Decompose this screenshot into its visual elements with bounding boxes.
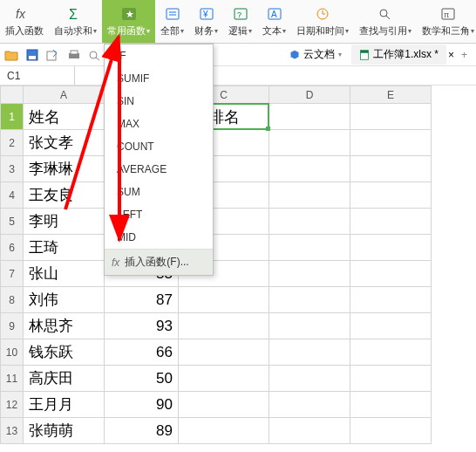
cell[interactable] bbox=[269, 261, 350, 287]
preview-icon[interactable] bbox=[87, 47, 103, 63]
cell[interactable]: 张文孝 bbox=[24, 130, 105, 156]
cell[interactable] bbox=[269, 392, 350, 418]
cell[interactable] bbox=[179, 339, 269, 366]
cell[interactable]: 50 bbox=[105, 366, 179, 392]
col-header-e[interactable]: E bbox=[350, 86, 432, 104]
cell[interactable] bbox=[269, 130, 350, 156]
cell[interactable]: 钱东跃 bbox=[24, 339, 105, 366]
cell[interactable] bbox=[269, 339, 350, 366]
row-header[interactable]: 5 bbox=[1, 209, 24, 235]
tab-workbook[interactable]: 工作簿1.xlsx * bbox=[351, 45, 446, 65]
dropdown-item[interactable]: IF bbox=[105, 45, 213, 67]
ribbon-label: 自动求和 bbox=[54, 24, 92, 38]
cell[interactable]: 姓名 bbox=[24, 104, 105, 130]
cell[interactable]: 高庆田 bbox=[24, 366, 105, 392]
save-icon[interactable] bbox=[24, 47, 40, 63]
row-header[interactable]: 13 bbox=[1, 418, 24, 444]
col-header-d[interactable]: D bbox=[269, 86, 350, 104]
row-header[interactable]: 7 bbox=[1, 261, 24, 287]
row-header[interactable]: 10 bbox=[1, 339, 24, 366]
ribbon-lookup[interactable]: 查找与引用▾ bbox=[354, 0, 417, 43]
cell[interactable] bbox=[179, 287, 269, 313]
name-box[interactable]: C1 bbox=[0, 66, 75, 85]
row-header[interactable]: 4 bbox=[1, 182, 24, 209]
cell[interactable]: 87 bbox=[105, 287, 179, 313]
dropdown-item[interactable]: SIN bbox=[105, 90, 213, 113]
row-header[interactable]: 9 bbox=[1, 313, 24, 339]
row-header[interactable]: 6 bbox=[1, 235, 24, 261]
cell[interactable]: 林思齐 bbox=[24, 313, 105, 339]
cell[interactable] bbox=[350, 392, 432, 418]
export-icon[interactable] bbox=[45, 47, 61, 63]
cell[interactable] bbox=[269, 209, 350, 235]
cell[interactable] bbox=[269, 366, 350, 392]
cell[interactable]: 李明 bbox=[24, 209, 105, 235]
dropdown-item[interactable]: MID bbox=[105, 226, 213, 249]
cell[interactable] bbox=[350, 366, 432, 392]
dropdown-item[interactable]: LEFT bbox=[105, 203, 213, 226]
tab-close-button[interactable]: × bbox=[448, 49, 454, 61]
cell[interactable]: 张山 bbox=[24, 261, 105, 287]
row-header[interactable]: 2 bbox=[1, 130, 24, 156]
cell[interactable]: 刘伟 bbox=[24, 287, 105, 313]
cell[interactable]: 90 bbox=[105, 392, 179, 418]
col-header-a[interactable]: A bbox=[24, 86, 105, 104]
grid[interactable]: A B C D E 1 姓名 排名 2张文孝953李琳琳824王友良405李明9… bbox=[0, 86, 432, 444]
ribbon-datetime[interactable]: 日期和时间▾ bbox=[291, 0, 354, 43]
cell[interactable]: 王月月 bbox=[24, 392, 105, 418]
ribbon-insert-function[interactable]: fx 插入函数 bbox=[0, 0, 49, 43]
row-header[interactable]: 1 bbox=[1, 104, 24, 130]
cell[interactable] bbox=[350, 130, 432, 156]
cell[interactable] bbox=[269, 287, 350, 313]
cell[interactable]: 93 bbox=[105, 313, 179, 339]
cell[interactable] bbox=[179, 418, 269, 444]
tab-cloud[interactable]: 云文档 ▾ bbox=[282, 45, 350, 65]
cell[interactable]: 张萌萌 bbox=[24, 418, 105, 444]
open-icon[interactable] bbox=[3, 47, 19, 63]
cell[interactable]: 李琳琳 bbox=[24, 156, 105, 182]
dropdown-item[interactable]: COUNT bbox=[105, 135, 213, 158]
cell[interactable] bbox=[269, 104, 350, 130]
add-tab-button[interactable]: + bbox=[456, 49, 473, 61]
dropdown-item[interactable]: SUM bbox=[105, 181, 213, 203]
row-header[interactable]: 8 bbox=[1, 287, 24, 313]
cell[interactable]: 王友良 bbox=[24, 182, 105, 209]
cell[interactable] bbox=[350, 182, 432, 209]
row-header[interactable]: 12 bbox=[1, 392, 24, 418]
cell[interactable] bbox=[269, 235, 350, 261]
ribbon-all[interactable]: 全部▾ bbox=[155, 0, 189, 43]
dropdown-insert-function[interactable]: fx插入函数(F)... bbox=[105, 250, 213, 275]
cell[interactable] bbox=[269, 313, 350, 339]
cell[interactable]: 王琦 bbox=[24, 235, 105, 261]
cell[interactable] bbox=[179, 366, 269, 392]
cell[interactable] bbox=[350, 209, 432, 235]
cell[interactable] bbox=[350, 313, 432, 339]
cell[interactable] bbox=[269, 156, 350, 182]
ribbon-autosum[interactable]: Σ 自动求和▾ bbox=[49, 0, 102, 43]
dropdown-item[interactable]: MAX bbox=[105, 113, 213, 135]
cell[interactable] bbox=[179, 392, 269, 418]
cell[interactable]: 89 bbox=[105, 418, 179, 444]
ribbon-logic[interactable]: ? 逻辑▾ bbox=[223, 0, 257, 43]
row-header[interactable]: 3 bbox=[1, 156, 24, 182]
print-icon[interactable] bbox=[66, 47, 82, 63]
ribbon-common-functions[interactable]: ★ 常用函数▾ bbox=[102, 0, 155, 43]
select-all-corner[interactable] bbox=[1, 86, 24, 104]
cell[interactable] bbox=[350, 418, 432, 444]
ribbon-text[interactable]: A 文本▾ bbox=[257, 0, 291, 43]
cell[interactable] bbox=[350, 235, 432, 261]
ribbon-finance[interactable]: ¥ 财务▾ bbox=[189, 0, 223, 43]
dropdown-item[interactable]: SUMIF bbox=[105, 67, 213, 90]
dropdown-item[interactable]: AVERAGE bbox=[105, 158, 213, 181]
cell[interactable] bbox=[269, 418, 350, 444]
cell[interactable] bbox=[350, 104, 432, 130]
cell[interactable]: 66 bbox=[105, 339, 179, 366]
cell[interactable] bbox=[350, 261, 432, 287]
cell[interactable] bbox=[350, 339, 432, 366]
row-header[interactable]: 11 bbox=[1, 366, 24, 392]
cell[interactable] bbox=[179, 313, 269, 339]
ribbon-math[interactable]: π 数学和三角▾ bbox=[417, 0, 476, 43]
cell[interactable] bbox=[350, 287, 432, 313]
cell[interactable] bbox=[350, 156, 432, 182]
cell[interactable] bbox=[269, 182, 350, 209]
